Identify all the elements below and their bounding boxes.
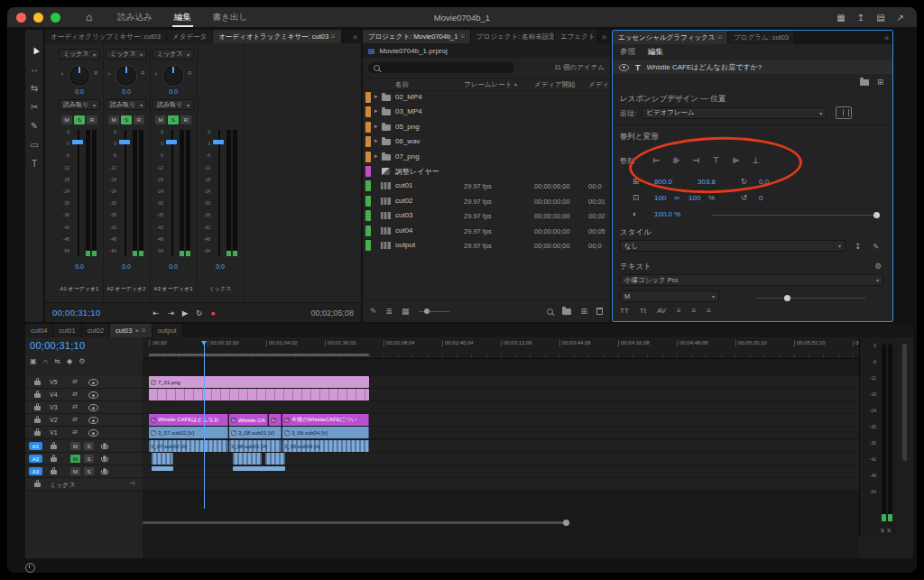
solo-button[interactable]: S: [74, 115, 85, 124]
pin-to-widget[interactable]: [836, 106, 852, 119]
video-track-lane-V1[interactable]: fx3_07.sub02 [V]fx3_08.sub01 [V]fx3_06.s…: [143, 427, 859, 438]
panel-menu-icon[interactable]: ≡: [717, 33, 722, 41]
panel-layout-icon[interactable]: ▤: [876, 13, 884, 23]
project-item-row[interactable]: ▸06_wav: [363, 134, 610, 149]
playhead[interactable]: [204, 341, 205, 509]
pan-knob[interactable]: [116, 65, 137, 87]
horizontal-scrollbar[interactable]: [143, 520, 859, 526]
label-color-chip[interactable]: [365, 166, 371, 177]
fullscreen-icon[interactable]: ↗: [897, 13, 904, 23]
fader-handle[interactable]: [213, 140, 224, 144]
sync-lock-icon[interactable]: ⇄: [72, 416, 78, 423]
lock-track-icon[interactable]: [34, 483, 41, 487]
zoom-slider-handle[interactable]: [424, 308, 430, 314]
track-output-eye-icon[interactable]: [88, 379, 98, 386]
meter-solo-right[interactable]: S: [887, 528, 891, 533]
project-item-row[interactable]: ▸02_MP4: [363, 90, 610, 105]
tab-edit[interactable]: 編集: [648, 47, 663, 58]
fader-level-value[interactable]: 0.0: [56, 263, 103, 270]
opacity-value[interactable]: 100.0 %: [654, 210, 680, 218]
lock-track-icon[interactable]: [34, 381, 41, 385]
scale-x-value[interactable]: 100: [654, 194, 666, 202]
position-y-value[interactable]: 303.8: [698, 178, 716, 186]
timeline-clip[interactable]: fxWhistle CAFEはどんなお: [149, 414, 228, 426]
ripple-edit-tool[interactable]: ⇆: [25, 82, 43, 94]
icon-view-icon[interactable]: ▦: [402, 307, 410, 316]
track-select-forward-tool[interactable]: ↔: [25, 63, 43, 75]
mute-button[interactable]: M: [155, 115, 166, 124]
minimize-window-button[interactable]: [33, 13, 43, 23]
timeline-clip[interactable]: fx3_07.sub02 [V]: [149, 427, 228, 438]
follow-select[interactable]: ビデオフレーム ▾: [642, 107, 827, 119]
sync-lock-icon[interactable]: ⇄: [72, 403, 78, 410]
disclosure-icon[interactable]: ▸: [374, 107, 378, 115]
tab-project-untitled[interactable]: プロジェクト: 名称未設定: [471, 30, 555, 43]
type-tool[interactable]: T: [25, 158, 43, 170]
label-color-chip[interactable]: [365, 92, 371, 103]
track-output-eye-icon[interactable]: [88, 391, 98, 399]
label-color-chip[interactable]: [365, 122, 371, 133]
track-output-eye-icon[interactable]: [88, 417, 98, 424]
sync-lock-icon[interactable]: ⇄: [72, 391, 78, 398]
voice-record-icon[interactable]: [103, 443, 106, 448]
track-output-eye-icon[interactable]: [88, 404, 98, 411]
track-send-select[interactable]: ミックス▾: [106, 49, 147, 60]
timeline-clip[interactable]: [265, 453, 285, 465]
close-window-button[interactable]: [16, 13, 26, 23]
label-color-chip[interactable]: [365, 210, 371, 221]
sequence-tab-output[interactable]: output: [152, 324, 183, 337]
panel-menu-icon[interactable]: ≡: [460, 32, 465, 41]
track-height-icon[interactable]: ⊣: [129, 480, 134, 487]
tab-effects[interactable]: エフェクト: [555, 30, 598, 43]
mute-button[interactable]: M: [61, 115, 72, 124]
source-patch-badge[interactable]: A2: [29, 455, 42, 463]
faux-italic-icon[interactable]: Tt: [640, 307, 646, 315]
project-item-row[interactable]: 調整レイヤー: [363, 164, 610, 179]
rotation-value[interactable]: 0.0: [759, 178, 769, 186]
mode-tab-export[interactable]: 書き出し: [202, 7, 258, 27]
reset-rotation-icon[interactable]: ↺: [741, 193, 747, 202]
panel-menu-icon[interactable]: ≡: [331, 32, 336, 41]
link-scale-icon[interactable]: ∞: [674, 193, 679, 202]
horizontal-scrollbar-handle[interactable]: [563, 520, 569, 526]
fader-level-value[interactable]: 0.0: [103, 263, 150, 270]
lock-track-icon[interactable]: [34, 406, 41, 410]
tracking-icon[interactable]: AV: [657, 307, 666, 315]
rectangle-tool[interactable]: ▭: [25, 139, 43, 151]
tab-overflow-icon[interactable]: »: [598, 30, 610, 43]
layer-visibility-eye-icon[interactable]: [619, 64, 629, 71]
fader-handle[interactable]: [72, 140, 83, 144]
timeline-clip[interactable]: 3_08.sub01 [A]: [229, 440, 282, 452]
faux-bold-icon[interactable]: TT: [620, 307, 629, 315]
timeline-clip[interactable]: fx今後のWhistleCAFEについ: [282, 414, 369, 426]
automation-mode-select[interactable]: 読み取り▾: [59, 99, 100, 110]
track-send-select[interactable]: ミックス▾: [59, 49, 100, 60]
record-arm-button[interactable]: R: [180, 115, 191, 124]
align-text-right-icon[interactable]: ≡: [707, 307, 711, 315]
column-header[interactable]: 名前: [395, 80, 409, 89]
font-size-slider-handle[interactable]: [784, 295, 790, 301]
breadcrumb[interactable]: ▤ Movie0704b_1.prproj: [363, 43, 610, 58]
zoom-slider[interactable]: [419, 311, 449, 312]
disclosure-icon[interactable]: ▸: [374, 93, 378, 100]
timeline-clip[interactable]: [149, 389, 369, 400]
mode-tab-import[interactable]: 読み込み: [106, 7, 162, 27]
position-x-value[interactable]: 800.0: [654, 178, 672, 186]
style-select[interactable]: なし ▾: [620, 240, 845, 252]
vertical-scrollbar-thumb[interactable]: [902, 344, 907, 461]
text-settings-wrench-icon[interactable]: ⚙: [874, 262, 882, 271]
lock-track-icon[interactable]: [34, 419, 41, 423]
lock-track-icon[interactable]: [34, 393, 41, 398]
list-view-icon[interactable]: ≣: [386, 307, 393, 316]
label-color-chip[interactable]: [365, 196, 371, 207]
loop-icon[interactable]: ↻: [196, 308, 202, 318]
project-item-row[interactable]: cut0429.97 fps00;00;00;0000;05: [363, 224, 610, 238]
opacity-slider[interactable]: [712, 215, 878, 216]
timeline-clip[interactable]: fx3_08.sub01 [V]: [229, 427, 282, 438]
solo-button[interactable]: S: [84, 442, 94, 450]
writable-toggle-icon[interactable]: ✎: [370, 307, 377, 316]
align-text-center-icon[interactable]: ≡: [692, 307, 697, 315]
tab-essential-graphics[interactable]: エッセンシャルグラフィックス≡: [613, 31, 728, 44]
label-color-chip[interactable]: [365, 226, 371, 236]
mute-button[interactable]: M: [70, 467, 80, 475]
